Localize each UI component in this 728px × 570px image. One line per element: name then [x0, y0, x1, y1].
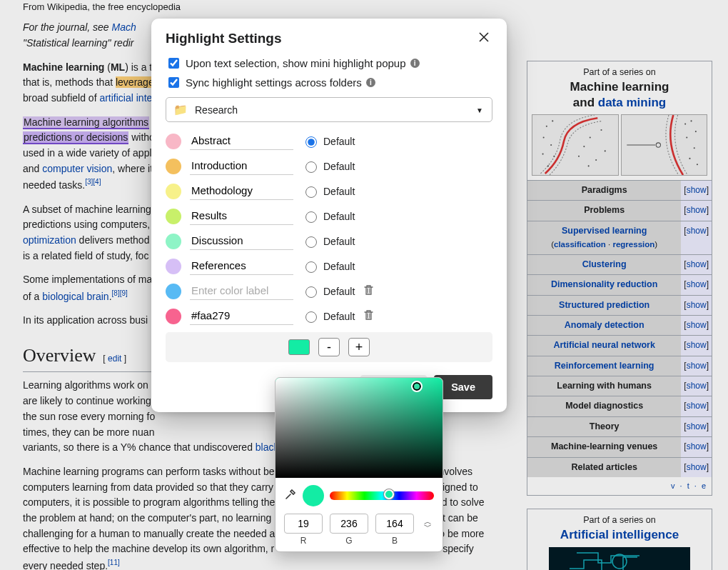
- color-label-input[interactable]: [190, 182, 293, 200]
- default-radio[interactable]: [305, 186, 317, 198]
- color-swatch[interactable]: [166, 209, 181, 224]
- color-label-input[interactable]: [190, 282, 293, 300]
- chevron-down-icon: ▼: [476, 106, 483, 114]
- default-radio-wrap[interactable]: Default: [302, 134, 355, 148]
- color-label-input[interactable]: [190, 207, 293, 225]
- color-label-input[interactable]: [190, 257, 293, 275]
- color-rows: DefaultDefaultDefaultDefaultDefaultDefau…: [166, 132, 492, 325]
- default-radio[interactable]: [305, 286, 317, 298]
- close-button[interactable]: [475, 29, 492, 49]
- option-sync[interactable]: Sync highlight settings across folders i: [166, 75, 492, 90]
- default-radio-wrap[interactable]: Default: [302, 234, 355, 248]
- remove-color-button[interactable]: -: [318, 338, 340, 356]
- default-label: Default: [323, 311, 355, 322]
- option-mini-popup-label: Upon text selection, show mini highlight…: [186, 57, 406, 69]
- default-radio-wrap[interactable]: Default: [302, 209, 355, 223]
- default-label: Default: [323, 236, 355, 247]
- color-swatch[interactable]: [166, 284, 181, 299]
- highlight-settings-modal: Highlight Settings Upon text selection, …: [151, 19, 507, 412]
- option-mini-popup[interactable]: Upon text selection, show mini highlight…: [166, 56, 492, 71]
- g-label: G: [330, 536, 368, 546]
- trash-icon[interactable]: [363, 284, 374, 298]
- color-swatch[interactable]: [166, 134, 181, 149]
- default-label: Default: [323, 286, 355, 297]
- color-label-input[interactable]: [190, 307, 293, 325]
- color-row: Default: [166, 182, 492, 200]
- color-row: Default: [166, 157, 492, 175]
- default-label: Default: [323, 211, 355, 222]
- add-color-panel: - +: [166, 332, 492, 362]
- color-label-input[interactable]: [190, 232, 293, 250]
- default-radio-wrap[interactable]: Default: [302, 284, 355, 298]
- default-radio-wrap[interactable]: Default: [302, 309, 355, 323]
- checkbox-mini-popup[interactable]: [168, 58, 179, 69]
- b-label: B: [375, 536, 414, 546]
- folder-select[interactable]: 📁 Research ▼: [166, 97, 492, 122]
- default-radio[interactable]: [305, 311, 317, 323]
- new-color-swatch[interactable]: [288, 339, 310, 355]
- option-sync-label: Sync highlight settings across folders: [186, 76, 362, 89]
- default-radio[interactable]: [305, 261, 317, 273]
- default-radio-wrap[interactable]: Default: [302, 159, 355, 173]
- color-row: Default: [166, 307, 492, 325]
- color-mode-toggle[interactable]: ︿﹀: [421, 514, 434, 529]
- hue-slider[interactable]: [330, 491, 434, 500]
- eyedropper-icon[interactable]: [284, 488, 297, 504]
- folder-icon: 📁: [173, 103, 188, 116]
- default-radio[interactable]: [305, 236, 317, 248]
- checkbox-sync[interactable]: [168, 77, 179, 88]
- default-label: Default: [323, 261, 355, 272]
- default-label: Default: [323, 186, 355, 197]
- default-radio[interactable]: [305, 161, 317, 173]
- color-row: Default: [166, 257, 492, 275]
- color-swatch[interactable]: [166, 309, 181, 324]
- color-row: Default: [166, 282, 492, 300]
- default-radio-wrap[interactable]: Default: [302, 259, 355, 273]
- b-input[interactable]: [375, 514, 414, 534]
- color-row: Default: [166, 232, 492, 250]
- sv-cursor[interactable]: [413, 382, 421, 391]
- r-input[interactable]: [284, 514, 323, 534]
- color-preview: [303, 485, 324, 506]
- info-icon[interactable]: i: [366, 78, 375, 87]
- color-row: Default: [166, 132, 492, 150]
- color-swatch[interactable]: [166, 159, 181, 174]
- saturation-value-area[interactable]: [275, 378, 443, 478]
- trash-icon[interactable]: [363, 309, 374, 323]
- color-swatch[interactable]: [166, 234, 181, 249]
- color-picker: R G B ︿﹀: [275, 377, 443, 552]
- hue-cursor[interactable]: [384, 489, 394, 499]
- color-swatch[interactable]: [166, 184, 181, 199]
- modal-title: Highlight Settings: [166, 31, 282, 46]
- default-radio[interactable]: [305, 211, 317, 223]
- default-radio-wrap[interactable]: Default: [302, 184, 355, 198]
- g-input[interactable]: [330, 514, 368, 534]
- folder-name: Research: [195, 104, 238, 116]
- color-label-input[interactable]: [190, 132, 293, 150]
- color-row: Default: [166, 207, 492, 225]
- default-radio[interactable]: [305, 136, 317, 148]
- r-label: R: [284, 536, 323, 546]
- info-icon[interactable]: i: [410, 59, 420, 68]
- add-color-button[interactable]: +: [348, 338, 370, 356]
- default-label: Default: [323, 161, 355, 172]
- default-label: Default: [323, 136, 355, 147]
- color-label-input[interactable]: [190, 157, 293, 175]
- color-swatch[interactable]: [166, 259, 181, 274]
